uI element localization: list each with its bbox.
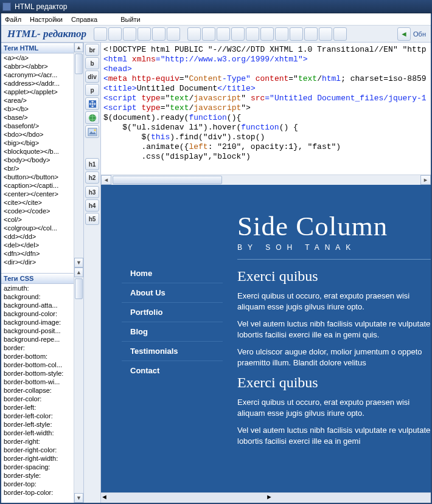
toolbar-button[interactable] — [290, 27, 303, 41]
tag-item[interactable]: <button></button> — [1, 173, 74, 181]
menu-file[interactable]: Файл — [5, 16, 21, 23]
css-property-item[interactable]: border-left-width: — [1, 429, 74, 437]
css-property-item[interactable]: background-atta... — [1, 301, 74, 309]
image-icon[interactable] — [85, 125, 99, 138]
scroll-right-icon[interactable]: ► — [266, 493, 273, 503]
tag-item[interactable]: <caption></capti... — [1, 181, 74, 190]
html-tags-list[interactable]: <a></a><abbr></abbr><acronym></acr...<ad… — [1, 54, 74, 273]
nav-item-blog[interactable]: Blog — [122, 322, 223, 342]
tag-item[interactable]: <br/> — [1, 164, 74, 173]
nav-item-contact[interactable]: Contact — [122, 361, 223, 380]
scroll-thumb[interactable] — [113, 176, 222, 184]
tag-item[interactable]: <dir></dir> — [1, 258, 74, 266]
tag-item[interactable]: <acronym></acr... — [1, 71, 74, 79]
toolbar-button[interactable] — [260, 27, 274, 41]
html-tags-scrollbar[interactable]: ▲ ▼ ▲ ▼ — [74, 43, 83, 503]
globe-icon[interactable] — [85, 111, 99, 124]
tag-item[interactable]: <bdo></bdo> — [1, 130, 74, 139]
refresh-label[interactable]: Обн — [411, 30, 428, 38]
toolbar-button[interactable] — [333, 27, 347, 41]
scroll-thumb[interactable] — [75, 278, 83, 299]
tag-item[interactable]: <applet></applet> — [1, 88, 74, 96]
scroll-right-icon[interactable]: ► — [420, 175, 431, 185]
tag-item[interactable]: <area/> — [1, 96, 74, 105]
tag-item[interactable]: <blockquote></b... — [1, 147, 74, 156]
css-property-item[interactable]: background-image: — [1, 318, 74, 326]
css-property-item[interactable]: border-bottom-wi... — [1, 378, 74, 386]
tag-item[interactable]: <code></code> — [1, 207, 74, 215]
scroll-left-icon[interactable]: ◄ — [101, 175, 111, 185]
tag-item[interactable]: <big></big> — [1, 139, 74, 147]
tag-item[interactable]: <cite></cite> — [1, 198, 74, 207]
tag-item[interactable]: <colgroup></col... — [1, 224, 74, 232]
scroll-thumb[interactable] — [75, 54, 83, 74]
code-horizontal-scrollbar[interactable]: ◄ ► — [101, 174, 431, 185]
scroll-down-icon[interactable]: ▼ — [74, 258, 83, 268]
css-property-item[interactable]: border-top: — [1, 480, 74, 488]
nav-item-home[interactable]: Home — [122, 264, 223, 283]
toolbar-button[interactable] — [123, 27, 136, 41]
html-tags-header[interactable]: Теги HTML — [1, 43, 74, 54]
toolbar-button[interactable] — [108, 27, 122, 41]
css-property-item[interactable]: border-left-style: — [1, 420, 74, 429]
nav-back-button[interactable]: ◄ — [397, 27, 411, 41]
nav-item-about[interactable]: About Us — [122, 283, 223, 303]
insert-h1-button[interactable]: h1 — [85, 158, 99, 170]
tag-item[interactable]: <del></del> — [1, 241, 74, 249]
toolbar-button[interactable] — [152, 27, 165, 41]
css-property-item[interactable]: border: — [1, 343, 74, 352]
css-property-item[interactable]: border-left-color: — [1, 412, 74, 420]
css-property-item[interactable]: border-bottom-style: — [1, 369, 74, 378]
insert-div-button[interactable]: div — [85, 71, 99, 83]
css-property-item[interactable]: border-color: — [1, 395, 74, 403]
insert-h3-button[interactable]: h3 — [85, 186, 99, 198]
move-icon[interactable] — [85, 97, 99, 110]
css-property-item[interactable]: border-spacing: — [1, 463, 74, 471]
css-property-item[interactable]: border-right-width: — [1, 454, 74, 463]
scroll-down-icon[interactable]: ▼ — [74, 493, 83, 503]
toolbar-button[interactable] — [187, 27, 201, 41]
css-property-item[interactable]: background: — [1, 292, 74, 301]
css-property-item[interactable]: border-bottom-col... — [1, 361, 74, 369]
css-property-item[interactable]: border-top-color: — [1, 488, 74, 497]
toolbar-button[interactable] — [304, 27, 318, 41]
css-tags-header[interactable]: Теги CSS — [1, 273, 74, 284]
css-property-item[interactable]: azimuth: — [1, 284, 74, 292]
insert-h2-button[interactable]: h2 — [85, 171, 99, 184]
preview-pane[interactable]: Home About Us Portfolio Blog Testimonial… — [101, 185, 431, 492]
css-property-item[interactable]: background-repe... — [1, 335, 74, 343]
css-property-item[interactable]: border-right: — [1, 437, 74, 446]
menu-settings[interactable]: Настройки — [30, 16, 63, 23]
css-property-item[interactable]: border-style: — [1, 471, 74, 480]
css-property-item[interactable]: background-posit... — [1, 326, 74, 335]
tag-item[interactable]: <a></a> — [1, 54, 74, 62]
css-property-item[interactable]: background-color: — [1, 309, 74, 318]
toolbar-button[interactable] — [246, 27, 259, 41]
toolbar-button[interactable] — [231, 27, 245, 41]
scroll-up-icon[interactable]: ▲ — [74, 268, 83, 277]
tag-item[interactable]: <abbr></abbr> — [1, 62, 74, 71]
tag-item[interactable]: <address></addr... — [1, 79, 74, 88]
nav-item-testimonials[interactable]: Testimonials — [122, 342, 223, 361]
css-property-item[interactable]: border-left: — [1, 403, 74, 412]
tag-item[interactable]: <col/> — [1, 215, 74, 224]
toolbar-button[interactable] — [167, 27, 180, 41]
insert-h4-button[interactable]: h4 — [85, 199, 99, 212]
toolbar-button[interactable] — [138, 27, 151, 41]
nav-item-portfolio[interactable]: Portfolio — [122, 303, 223, 322]
tag-item[interactable]: <dd></dd> — [1, 232, 74, 241]
insert-br-button[interactable]: br — [85, 44, 99, 56]
css-tags-list[interactable]: azimuth:background:background-atta...bac… — [1, 284, 74, 503]
insert-b-button[interactable]: b — [85, 57, 99, 69]
tag-item[interactable]: <dfn></dfn> — [1, 249, 74, 258]
code-editor[interactable]: <!DOCTYPE html PUBLIC "-//W3C//DTD XHTML… — [101, 43, 431, 174]
css-property-item[interactable]: border-right-color: — [1, 446, 74, 454]
preview-horizontal-scrollbar[interactable]: ◄ ► — [101, 492, 431, 503]
tag-item[interactable]: <b></b> — [1, 105, 74, 113]
tag-item[interactable]: <basefont/> — [1, 122, 74, 130]
tag-item[interactable]: <body></body> — [1, 156, 74, 164]
scroll-left-icon[interactable]: ◄ — [101, 493, 108, 503]
css-property-item[interactable]: border-collapse: — [1, 386, 74, 395]
toolbar-button[interactable] — [202, 27, 215, 41]
toolbar-button[interactable] — [275, 27, 288, 41]
